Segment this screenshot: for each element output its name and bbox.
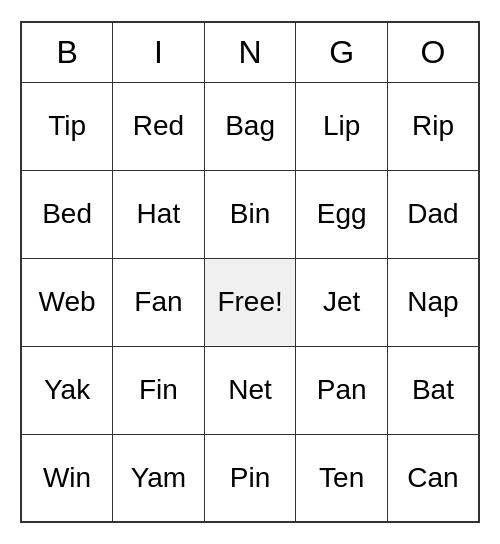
bingo-row-2: WebFanFree!JetNap <box>21 258 479 346</box>
bingo-cell-1-2: Bin <box>204 170 296 258</box>
bingo-cell-0-4: Rip <box>387 82 479 170</box>
header-cell-i: I <box>113 22 205 82</box>
bingo-cell-2-4: Nap <box>387 258 479 346</box>
header-cell-o: O <box>387 22 479 82</box>
bingo-cell-4-4: Can <box>387 434 479 522</box>
bingo-cell-2-0: Web <box>21 258 113 346</box>
bingo-cell-3-1: Fin <box>113 346 205 434</box>
bingo-cell-4-3: Ten <box>296 434 388 522</box>
bingo-card: BINGO TipRedBagLipRipBedHatBinEggDadWebF… <box>20 21 480 523</box>
bingo-cell-3-4: Bat <box>387 346 479 434</box>
bingo-cell-2-1: Fan <box>113 258 205 346</box>
bingo-cell-1-4: Dad <box>387 170 479 258</box>
bingo-cell-2-3: Jet <box>296 258 388 346</box>
bingo-cell-4-2: Pin <box>204 434 296 522</box>
bingo-row-1: BedHatBinEggDad <box>21 170 479 258</box>
bingo-cell-0-3: Lip <box>296 82 388 170</box>
bingo-cell-1-1: Hat <box>113 170 205 258</box>
bingo-cell-1-0: Bed <box>21 170 113 258</box>
bingo-row-0: TipRedBagLipRip <box>21 82 479 170</box>
bingo-cell-2-2: Free! <box>204 258 296 346</box>
bingo-cell-3-0: Yak <box>21 346 113 434</box>
bingo-row-3: YakFinNetPanBat <box>21 346 479 434</box>
bingo-cell-3-3: Pan <box>296 346 388 434</box>
bingo-cell-4-1: Yam <box>113 434 205 522</box>
header-cell-n: N <box>204 22 296 82</box>
bingo-cell-0-1: Red <box>113 82 205 170</box>
bingo-cell-1-3: Egg <box>296 170 388 258</box>
header-cell-b: B <box>21 22 113 82</box>
bingo-row-4: WinYamPinTenCan <box>21 434 479 522</box>
bingo-header-row: BINGO <box>21 22 479 82</box>
bingo-cell-0-2: Bag <box>204 82 296 170</box>
bingo-cell-0-0: Tip <box>21 82 113 170</box>
header-cell-g: G <box>296 22 388 82</box>
bingo-cell-3-2: Net <box>204 346 296 434</box>
bingo-cell-4-0: Win <box>21 434 113 522</box>
